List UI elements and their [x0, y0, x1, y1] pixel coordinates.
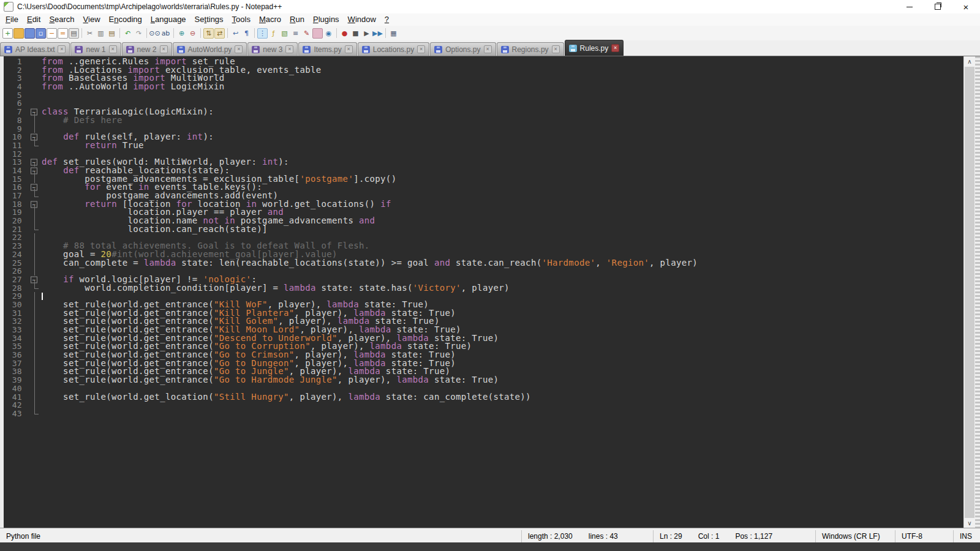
code-line[interactable]: 39 set_rule(world.get_entrance("Go to Ha… [4, 376, 962, 384]
save-all-icon[interactable]: ▫ [36, 28, 46, 39]
tab-regions-py[interactable]: Regions.py× [497, 42, 564, 56]
cut-icon[interactable]: ✂ [85, 28, 95, 39]
fold-collapse-icon[interactable] [28, 200, 42, 209]
menu-item-view[interactable]: View [79, 13, 105, 26]
vertical-scrollbar[interactable]: ∧ ∨ [963, 56, 975, 528]
code-line[interactable]: 4from ..AutoWorld import LogicMixin [4, 83, 962, 91]
menu-item-search[interactable]: Search [45, 13, 78, 26]
tab-close-icon[interactable]: × [345, 45, 353, 53]
minimize-button[interactable] [895, 0, 924, 13]
tab-new-2[interactable]: new 2× [122, 42, 172, 56]
save-icon[interactable] [24, 28, 35, 39]
tab-close-icon[interactable]: × [160, 45, 168, 53]
editor[interactable]: 1from ..generic.Rules import set_rule2fr… [0, 56, 980, 528]
save-macro-icon[interactable]: ▦ [388, 28, 399, 39]
undo-icon[interactable]: ↶ [123, 28, 133, 39]
tab-items-py[interactable]: Items.py× [298, 42, 356, 56]
code-line[interactable]: 7class TerrariaLogic(LogicMixin): [4, 108, 962, 116]
code-text[interactable]: can_complete = lambda state: len(reachab… [42, 259, 698, 268]
run-script-icon[interactable]: ✎ [301, 28, 312, 39]
show-all-characters-icon[interactable]: ¶ [241, 28, 252, 39]
sync-vertical-icon[interactable]: ⇅ [203, 28, 214, 39]
tab-close-icon[interactable]: × [552, 45, 560, 53]
folder-as-workspace-icon[interactable] [312, 28, 323, 39]
copy-icon[interactable]: ▥ [96, 28, 106, 39]
code-line[interactable]: 43 [4, 410, 962, 418]
status-encoding[interactable]: UTF-8 [895, 530, 953, 542]
print-icon[interactable]: ▤ [69, 28, 79, 39]
fold-collapse-icon[interactable] [28, 167, 42, 175]
menu-item-run[interactable]: Run [285, 13, 309, 26]
code-text[interactable]: world.completion_condition[player] = lam… [42, 284, 510, 293]
stop-record-icon[interactable]: ■ [350, 28, 361, 39]
zoom-in-icon[interactable]: ⊕ [176, 28, 187, 39]
record-macro-icon[interactable]: ● [339, 28, 350, 39]
tab-close-icon[interactable]: × [58, 45, 66, 53]
redo-icon[interactable]: ↷ [134, 28, 144, 39]
function-list-icon[interactable]: ƒ [268, 28, 279, 39]
status-insert-mode[interactable]: INS [953, 530, 980, 542]
tab-close-icon[interactable]: × [235, 45, 243, 53]
status-eol-format[interactable]: Windows (CR LF) [815, 530, 895, 542]
tab-rules-py[interactable]: Rules.py× [565, 40, 624, 56]
menu-item-edit[interactable]: Edit [23, 13, 45, 26]
zoom-out-icon[interactable]: ⊖ [187, 28, 198, 39]
code-text[interactable]: from ..AutoWorld import LogicMixin [42, 83, 225, 91]
code-text[interactable]: # Defs here [42, 116, 123, 125]
tab-close-icon[interactable]: × [109, 45, 117, 53]
scroll-up-arrow-icon[interactable]: ∧ [964, 56, 975, 67]
code-text[interactable]: location.can_reach(state)] [42, 225, 268, 234]
code-text[interactable]: return True [42, 141, 144, 150]
code-line[interactable]: 28 world.completion_condition[player] = … [4, 284, 962, 293]
scroll-down-arrow-icon[interactable]: ∨ [964, 518, 975, 528]
code-line[interactable]: 42 [4, 401, 962, 410]
code-line[interactable]: 41 set_rule(world.get_location("Still Hu… [4, 393, 962, 402]
tab-options-py[interactable]: Options.py× [430, 42, 496, 56]
new-file-icon[interactable]: + [2, 28, 13, 39]
fold-collapse-icon[interactable] [28, 183, 42, 192]
menu-item-file[interactable]: File [1, 13, 23, 26]
code-line[interactable]: 11 return True [4, 141, 962, 150]
play-macro-icon[interactable]: ▶ [361, 28, 372, 39]
scrollbar-thumb[interactable] [965, 67, 974, 518]
close-button[interactable]: × [952, 0, 980, 13]
close-icon[interactable]: − [47, 28, 57, 39]
fold-collapse-icon[interactable] [28, 108, 42, 116]
code-line[interactable]: 5 [4, 91, 962, 100]
tab-close-icon[interactable]: × [611, 44, 619, 52]
code-line[interactable]: 10 def rule(self, player: int): [4, 133, 962, 141]
menu-item-plugins[interactable]: Plugins [309, 13, 344, 26]
tab-new-1[interactable]: new 1× [70, 42, 121, 56]
run-macro-multiple-icon[interactable]: ▶▶ [372, 28, 383, 39]
code-line[interactable]: 8 # Defs here [4, 116, 962, 125]
fold-collapse-icon[interactable] [28, 133, 42, 141]
code-text[interactable]: set_rule(world.get_location("Still Hungr… [42, 393, 531, 402]
document-list-icon[interactable]: ≡ [290, 28, 301, 39]
menu-item-help[interactable]: ? [380, 13, 393, 26]
fold-collapse-icon[interactable] [28, 158, 42, 167]
menu-item-window[interactable]: Window [344, 13, 380, 26]
monitoring-icon[interactable]: ◉ [323, 28, 334, 39]
code-area[interactable]: 1from ..generic.Rules import set_rule2fr… [4, 58, 962, 528]
find-icon[interactable]: ⊙⊙ [149, 28, 160, 39]
menu-item-encoding[interactable]: Encoding [105, 13, 146, 26]
tab-close-icon[interactable]: × [285, 45, 293, 53]
tab-close-icon[interactable]: × [484, 45, 492, 53]
tab-autoworld-py[interactable]: AutoWorld.py× [173, 42, 247, 56]
tab-ap-ideas-txt[interactable]: AP Ideas.txt× [0, 42, 70, 56]
tab-new-3[interactable]: new 3× [247, 42, 298, 56]
paste-icon[interactable]: ▤ [107, 28, 117, 39]
replace-icon[interactable]: ab [160, 28, 171, 39]
open-folder-icon[interactable] [13, 28, 24, 39]
code-text[interactable]: set_rule(world.get_entrance("Go to Hardm… [42, 376, 499, 384]
sync-horizontal-icon[interactable]: ⇄ [214, 28, 225, 39]
restore-button[interactable] [924, 0, 952, 13]
tab-close-icon[interactable]: × [417, 45, 425, 53]
menu-item-language[interactable]: Language [146, 13, 190, 26]
tab-locations-py[interactable]: Locations.py× [358, 42, 429, 56]
menu-item-settings[interactable]: Settings [190, 13, 228, 26]
indent-guide-icon[interactable]: ⋮ [257, 28, 268, 39]
code-line[interactable]: 21 location.can_reach(state)] [4, 225, 962, 234]
fold-collapse-icon[interactable] [28, 276, 42, 284]
word-wrap-icon[interactable]: ↩ [230, 28, 241, 39]
